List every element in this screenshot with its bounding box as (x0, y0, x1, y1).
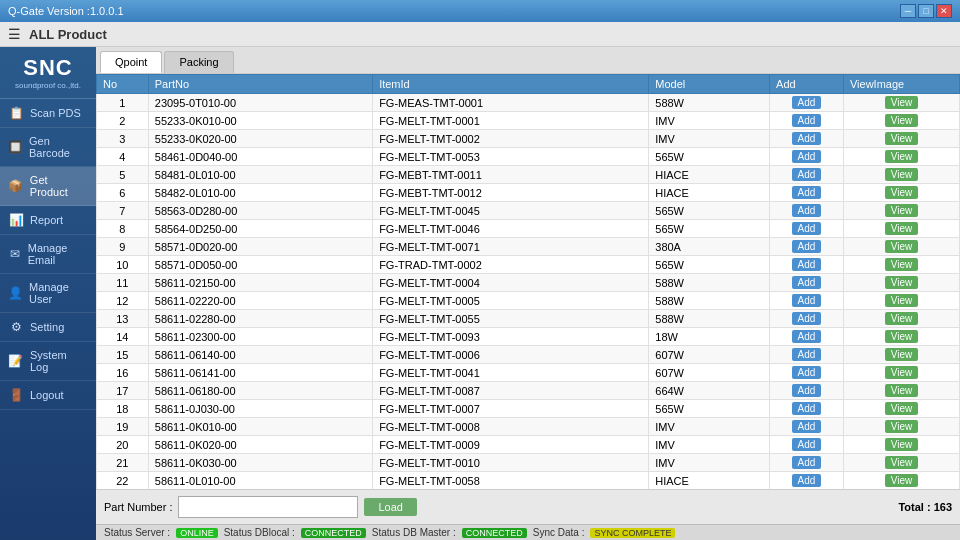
cell-model: IMV (649, 436, 770, 454)
view-button[interactable]: View (885, 384, 919, 397)
view-button[interactable]: View (885, 258, 919, 271)
product-table: NoPartNoItemIdModelAddViewImage 123095-0… (96, 74, 960, 489)
add-button[interactable]: Add (792, 348, 822, 361)
add-button[interactable]: Add (792, 240, 822, 253)
cell-itemid: FG-MELT-TMT-0004 (373, 274, 649, 292)
view-button[interactable]: View (885, 168, 919, 181)
sidebar-item-setting[interactable]: ⚙Setting (0, 313, 96, 342)
table-container[interactable]: NoPartNoItemIdModelAddViewImage 123095-0… (96, 74, 960, 489)
cell-itemid: FG-MELT-TMT-0093 (373, 328, 649, 346)
sidebar-item-gen-barcode[interactable]: 🔲Gen Barcode (0, 128, 96, 167)
view-button[interactable]: View (885, 294, 919, 307)
cell-itemid: FG-MELT-TMT-0010 (373, 454, 649, 472)
sidebar-item-scan-pds[interactable]: 📋Scan PDS (0, 99, 96, 128)
view-button[interactable]: View (885, 96, 919, 109)
add-button[interactable]: Add (792, 294, 822, 307)
view-button[interactable]: View (885, 366, 919, 379)
part-number-label: Part Number : (104, 501, 172, 513)
cell-partno: 58461-0D040-00 (148, 148, 372, 166)
sidebar-item-report[interactable]: 📊Report (0, 206, 96, 235)
view-button[interactable]: View (885, 474, 919, 487)
part-number-section: Part Number : Load (104, 496, 417, 518)
cell-no: 7 (97, 202, 149, 220)
view-button[interactable]: View (885, 402, 919, 415)
cell-no: 13 (97, 310, 149, 328)
part-number-input[interactable] (178, 496, 358, 518)
view-button[interactable]: View (885, 150, 919, 163)
add-button[interactable]: Add (792, 222, 822, 235)
view-button[interactable]: View (885, 186, 919, 199)
cell-partno: 58571-0D050-00 (148, 256, 372, 274)
view-button[interactable]: View (885, 330, 919, 343)
add-button[interactable]: Add (792, 168, 822, 181)
col-header-model: Model (649, 75, 770, 94)
sync-status: SYNC COMPLETE (590, 528, 675, 538)
add-button[interactable]: Add (792, 330, 822, 343)
cell-itemid: FG-MELT-TMT-0045 (373, 202, 649, 220)
table-row: 2058611-0K020-00FG-MELT-TMT-0009IMVAddVi… (97, 436, 960, 454)
cell-partno: 23095-0T010-00 (148, 94, 372, 112)
cell-model: 565W (649, 202, 770, 220)
view-button[interactable]: View (885, 132, 919, 145)
cell-partno: 58611-0L010-00 (148, 472, 372, 490)
sidebar-items: 📋Scan PDS🔲Gen Barcode📦Get Product📊Report… (0, 99, 96, 410)
add-button[interactable]: Add (792, 456, 822, 469)
add-button[interactable]: Add (792, 312, 822, 325)
cell-no: 17 (97, 382, 149, 400)
view-button[interactable]: View (885, 420, 919, 433)
cell-itemid: FG-MELT-TMT-0001 (373, 112, 649, 130)
add-button[interactable]: Add (792, 204, 822, 217)
view-button[interactable]: View (885, 348, 919, 361)
sidebar-item-logout[interactable]: 🚪Logout (0, 381, 96, 410)
add-button[interactable]: Add (792, 366, 822, 379)
add-button[interactable]: Add (792, 384, 822, 397)
add-button[interactable]: Add (792, 132, 822, 145)
add-button[interactable]: Add (792, 276, 822, 289)
load-button[interactable]: Load (364, 498, 416, 516)
cell-itemid: FG-MELT-TMT-0053 (373, 148, 649, 166)
tab-qpoint[interactable]: Qpoint (100, 51, 162, 73)
hamburger-icon[interactable]: ☰ (8, 26, 21, 42)
add-button[interactable]: Add (792, 474, 822, 487)
add-button[interactable]: Add (792, 114, 822, 127)
tab-packing[interactable]: Packing (164, 51, 233, 73)
view-button[interactable]: View (885, 240, 919, 253)
restore-button[interactable]: □ (918, 4, 934, 18)
cell-itemid: FG-MELT-TMT-0041 (373, 364, 649, 382)
add-button[interactable]: Add (792, 150, 822, 163)
add-button[interactable]: Add (792, 258, 822, 271)
total-label: Total : (898, 501, 930, 513)
sidebar-icon-8: 🚪 (8, 388, 24, 402)
view-button[interactable]: View (885, 312, 919, 325)
cell-itemid: FG-MEBT-TMT-0011 (373, 166, 649, 184)
view-button[interactable]: View (885, 276, 919, 289)
table-row: 255233-0K010-00FG-MELT-TMT-0001IMVAddVie… (97, 112, 960, 130)
view-button[interactable]: View (885, 438, 919, 451)
table-row: 1258611-02220-00FG-MELT-TMT-0005588WAddV… (97, 292, 960, 310)
add-button[interactable]: Add (792, 402, 822, 415)
add-button[interactable]: Add (792, 186, 822, 199)
minimize-button[interactable]: ─ (900, 4, 916, 18)
sidebar-item-manage-user[interactable]: 👤Manage User (0, 274, 96, 313)
add-button[interactable]: Add (792, 438, 822, 451)
add-button[interactable]: Add (792, 420, 822, 433)
sidebar-item-system-log[interactable]: 📝System Log (0, 342, 96, 381)
cell-model: 565W (649, 148, 770, 166)
view-button[interactable]: View (885, 114, 919, 127)
cell-model: 18W (649, 328, 770, 346)
view-button[interactable]: View (885, 222, 919, 235)
table-row: 858564-0D250-00FG-MELT-TMT-0046565WAddVi… (97, 220, 960, 238)
sidebar-item-manage-email[interactable]: ✉Manage Email (0, 235, 96, 274)
close-button[interactable]: ✕ (936, 4, 952, 18)
layout: SNC soundproof co.,ltd. 📋Scan PDS🔲Gen Ba… (0, 47, 960, 540)
col-header-no: No (97, 75, 149, 94)
cell-partno: 55233-0K010-00 (148, 112, 372, 130)
cell-no: 16 (97, 364, 149, 382)
sidebar-label-2: Get Product (30, 174, 88, 198)
add-button[interactable]: Add (792, 96, 822, 109)
cell-itemid: FG-MELT-TMT-0005 (373, 292, 649, 310)
view-button[interactable]: View (885, 204, 919, 217)
sidebar-item-get-product[interactable]: 📦Get Product (0, 167, 96, 206)
sidebar-label-0: Scan PDS (30, 107, 81, 119)
view-button[interactable]: View (885, 456, 919, 469)
